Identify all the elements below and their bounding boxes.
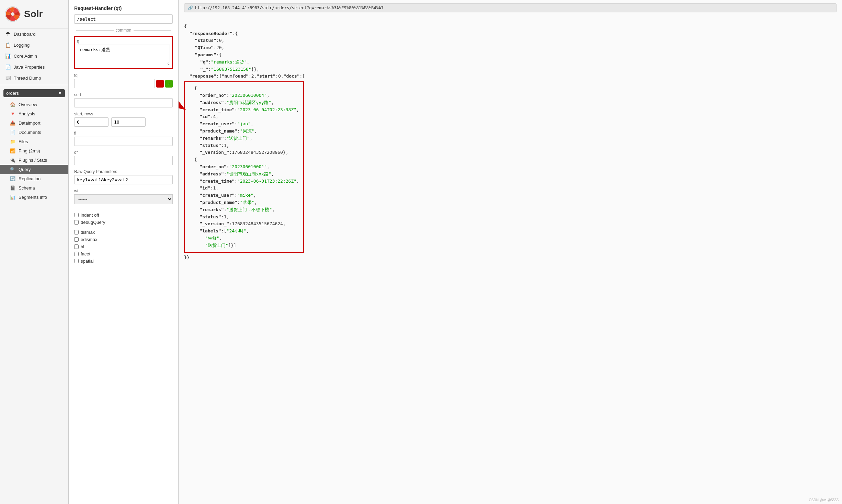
raw-query-label: Raw Query Parameters — [74, 169, 173, 174]
analysis-icon: 🔻 — [10, 111, 16, 116]
nav-item-java-properties[interactable]: 📄 Java Properties — [0, 61, 68, 72]
java-properties-icon: 📄 — [5, 64, 11, 70]
core-nav-item-files[interactable]: 📁 Files — [0, 137, 68, 146]
thread-dump-icon: 📰 — [5, 75, 11, 81]
sort-input[interactable] — [74, 98, 173, 107]
sort-label: sort — [74, 92, 173, 97]
nav-item-thread-dump[interactable]: 📰 Thread Dump — [0, 72, 68, 83]
handler-input[interactable] — [74, 14, 173, 24]
plugins-icon: 🔌 — [10, 158, 16, 163]
fl-field-group: fl — [74, 131, 173, 146]
replication-icon: 🔄 — [10, 176, 16, 181]
rows-input[interactable] — [111, 117, 146, 127]
core-admin-icon: 📊 — [5, 53, 11, 59]
core-nav-item-overview[interactable]: 🏠 Overview — [0, 100, 68, 109]
dashboard-icon: 🌩 — [5, 31, 11, 37]
wt-field-group: wt ------ json xml csv — [74, 188, 173, 208]
svg-point-1 — [11, 12, 14, 16]
core-nav-item-ping[interactable]: 📶 Ping (2ms) — [0, 146, 68, 156]
fq-row: − + — [74, 79, 173, 88]
q-input[interactable]: remarks:送货 — [77, 45, 170, 65]
indent-off-label: indent off — [81, 213, 99, 218]
handler-field-group — [74, 14, 173, 24]
nav-divider — [0, 85, 68, 85]
start-rows-field-group: start, rows — [74, 112, 173, 127]
core-nav-item-replication[interactable]: 🔄 Replication — [0, 174, 68, 183]
json-output: { "responseHeader":{ "status":0, "QTime"… — [184, 16, 837, 268]
fq-label: fq — [74, 73, 173, 78]
sidebar: Solr 🌩 Dashboard 📋 Logging 📊 Core Admin … — [0, 0, 69, 504]
facet-row: facet — [74, 251, 173, 256]
debug-query-row: debugQuery — [74, 220, 173, 225]
segments-icon: 📊 — [10, 195, 16, 200]
nav-item-core-admin[interactable]: 📊 Core Admin — [0, 50, 68, 61]
core-nav-item-schema[interactable]: 📓 Schema — [0, 183, 68, 193]
core-nav-item-dataimport[interactable]: 📥 Dataimport — [0, 118, 68, 128]
fq-remove-button[interactable]: − — [156, 80, 164, 88]
response-url: http://192.168.244.41:8983/solr/orders/s… — [195, 5, 384, 10]
url-bar: 🔗 http://192.168.244.41:8983/solr/orders… — [184, 3, 837, 12]
hl-label: hl — [81, 244, 84, 249]
edismax-label: edismax — [81, 237, 97, 242]
df-field-group: df — [74, 150, 173, 165]
debug-query-checkbox[interactable] — [74, 220, 79, 225]
core-nav-item-segments[interactable]: 📊 Segments info — [0, 193, 68, 202]
q-box: q remarks:送货 — [74, 36, 173, 69]
raw-query-input[interactable] — [74, 175, 173, 184]
raw-query-field-group: Raw Query Parameters — [74, 169, 173, 184]
df-label: df — [74, 150, 173, 155]
common-divider: common — [74, 28, 173, 33]
dismax-label: dismax — [81, 230, 95, 235]
nav-item-logging[interactable]: 📋 Logging — [0, 39, 68, 50]
fl-input[interactable] — [74, 137, 173, 146]
indent-off-checkbox[interactable] — [74, 213, 79, 217]
spatial-checkbox[interactable] — [74, 259, 79, 263]
core-nav-item-query[interactable]: 🔍 Query — [0, 165, 68, 174]
overview-icon: 🏠 — [10, 102, 16, 107]
query-icon: 🔍 — [10, 167, 16, 172]
facet-label: facet — [81, 251, 90, 256]
nav-item-dashboard[interactable]: 🌩 Dashboard — [0, 28, 68, 39]
wt-label: wt — [74, 188, 173, 193]
fq-add-button[interactable]: + — [165, 80, 173, 88]
watermark: CSDN @wu@5555 — [809, 498, 839, 502]
q-label: q — [77, 39, 170, 44]
schema-icon: 📓 — [10, 185, 16, 191]
df-input[interactable] — [74, 156, 173, 165]
dismax-row: dismax — [74, 230, 173, 235]
core-nav-item-plugins[interactable]: 🔌 Plugins / Stats — [0, 156, 68, 165]
indent-off-row: indent off — [74, 213, 173, 218]
solr-logo-icon — [4, 5, 21, 23]
hl-checkbox[interactable] — [74, 244, 79, 249]
wt-select[interactable]: ------ json xml csv — [74, 194, 173, 204]
core-nav-item-documents[interactable]: 📄 Documents — [0, 128, 68, 137]
hl-row: hl — [74, 244, 173, 249]
files-icon: 📁 — [10, 139, 16, 144]
dataimport-icon: 📥 — [10, 121, 16, 126]
ping-icon: 📶 — [10, 148, 16, 153]
chevron-down-icon: ▼ — [58, 91, 62, 96]
result-box: { "order_no":"202306010004", "address":"… — [184, 81, 304, 252]
edismax-row: edismax — [74, 237, 173, 242]
start-input[interactable] — [74, 117, 109, 127]
fq-input[interactable] — [74, 79, 155, 88]
start-rows-group — [74, 117, 173, 127]
edismax-checkbox[interactable] — [74, 237, 79, 242]
solr-logo: Solr — [0, 0, 68, 28]
dismax-checkbox[interactable] — [74, 230, 79, 234]
spatial-row: spatial — [74, 259, 173, 264]
facet-checkbox[interactable] — [74, 252, 79, 256]
solr-logo-text: Solr — [24, 9, 43, 20]
fl-label: fl — [74, 131, 173, 136]
documents-icon: 📄 — [10, 130, 16, 135]
link-icon: 🔗 — [188, 5, 193, 10]
logging-icon: 📋 — [5, 42, 11, 48]
fq-field-group: fq − + — [74, 73, 173, 88]
core-selector[interactable]: orders ▼ — [3, 89, 65, 97]
sort-field-group: sort — [74, 92, 173, 107]
main-content: Request-Handler (qt) common q remarks:送货… — [69, 0, 842, 504]
spatial-label: spatial — [81, 259, 94, 264]
handler-title: Request-Handler (qt) — [74, 5, 173, 11]
start-rows-label: start, rows — [74, 112, 173, 116]
core-nav-item-analysis[interactable]: 🔻 Analysis — [0, 109, 68, 118]
